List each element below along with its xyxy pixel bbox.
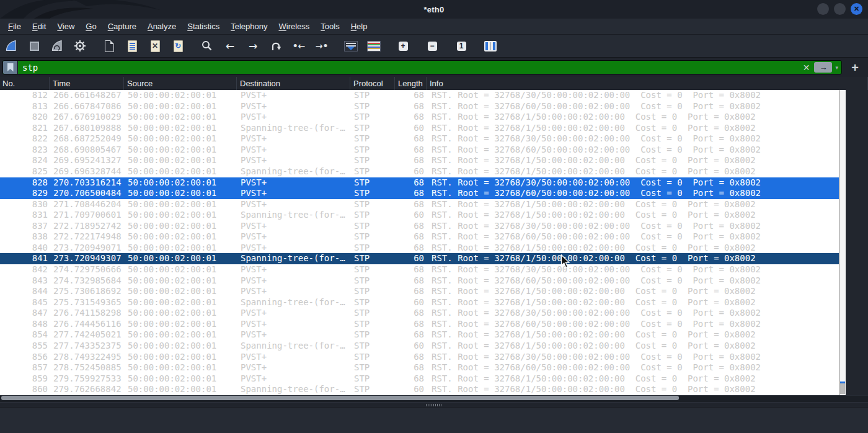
column-header-source[interactable]: Source xyxy=(124,77,237,90)
find-packet-icon[interactable] xyxy=(200,38,215,53)
packet-row[interactable]: 812 266.661648267 50:00:00:02:00:01 PVST… xyxy=(0,90,839,101)
packet-row[interactable]: 859 279.759927533 50:00:00:02:00:01 PVST… xyxy=(0,373,839,385)
cell-no: 828 xyxy=(0,177,50,189)
packet-row[interactable]: 838 272.722174948 50:00:00:02:00:01 PVST… xyxy=(0,231,839,243)
vertical-scrollbar-thumb[interactable] xyxy=(840,382,845,394)
splitter-grip-icon xyxy=(426,404,442,406)
maximize-button[interactable] xyxy=(834,3,846,15)
colorize-packets-icon[interactable] xyxy=(366,38,381,53)
zoom-100-icon[interactable]: 1 xyxy=(454,38,469,53)
cell-protocol: STP xyxy=(350,384,395,395)
cell-length: 68 xyxy=(395,308,427,319)
minimize-button[interactable] xyxy=(817,3,829,15)
packet-row[interactable]: 842 274.729750666 50:00:00:02:00:01 PVST… xyxy=(0,264,839,275)
display-filter-input[interactable] xyxy=(18,63,799,73)
go-last-packet-icon[interactable]: →• xyxy=(314,38,329,53)
packet-row[interactable]: 821 267.680109888 50:00:00:02:00:01 Span… xyxy=(0,123,839,134)
packet-row[interactable]: 828 270.703316214 50:00:00:02:00:01 PVST… xyxy=(0,177,839,189)
column-header-info[interactable]: Info xyxy=(427,77,868,90)
menu-item-go[interactable]: Go xyxy=(80,20,102,33)
open-file-icon[interactable] xyxy=(102,38,117,53)
cell-destination: PVST+ xyxy=(237,243,350,254)
column-header-time[interactable]: Time xyxy=(50,77,124,90)
filter-dropdown-caret-icon[interactable]: ▾ xyxy=(834,65,841,71)
packet-row[interactable]: 841 273.720949307 50:00:00:02:00:01 Span… xyxy=(0,253,839,264)
packet-row[interactable]: 844 275.730618692 50:00:00:02:00:01 PVST… xyxy=(0,286,839,297)
menu-item-telephony[interactable]: Telephony xyxy=(225,20,273,33)
menu-item-view[interactable]: View xyxy=(51,20,80,33)
cell-no: 837 xyxy=(0,221,50,232)
go-first-packet-icon[interactable]: •← xyxy=(291,38,306,53)
display-filter-field[interactable]: ✕ → ▾ xyxy=(2,60,842,74)
packet-row[interactable]: 829 270.706500484 50:00:00:02:00:01 PVST… xyxy=(0,188,839,199)
packet-row[interactable]: 845 275.731549365 50:00:00:02:00:01 Span… xyxy=(0,297,839,308)
title-bar[interactable]: *eth0 ✕ xyxy=(0,0,868,19)
capture-options-icon[interactable] xyxy=(73,38,87,53)
menu-item-file[interactable]: File xyxy=(2,20,27,33)
cell-info: RST. Root = 32768/60/50:00:00:02:00:00 C… xyxy=(427,145,839,156)
menu-item-analyze[interactable]: Analyze xyxy=(142,20,182,33)
packet-row[interactable]: 820 267.676910029 50:00:00:02:00:01 PVST… xyxy=(0,112,839,123)
close-button[interactable]: ✕ xyxy=(851,3,862,15)
menu-item-statistics[interactable]: Statistics xyxy=(182,20,225,33)
go-forward-icon[interactable]: → xyxy=(246,38,260,53)
packet-row[interactable]: 837 272.718952742 50:00:00:02:00:01 PVST… xyxy=(0,221,839,232)
packet-row[interactable]: 830 271.708446204 50:00:00:02:00:01 PVST… xyxy=(0,199,839,210)
menu-item-capture[interactable]: Capture xyxy=(102,20,142,33)
apply-filter-button[interactable]: → xyxy=(814,62,832,73)
stop-capture-icon[interactable] xyxy=(27,38,42,53)
menu-item-edit[interactable]: Edit xyxy=(27,20,51,33)
add-filter-button-plus[interactable]: + xyxy=(847,61,863,74)
save-file-icon[interactable] xyxy=(125,38,140,53)
clear-filter-icon[interactable]: ✕ xyxy=(799,63,815,72)
go-back-icon[interactable]: ← xyxy=(223,38,237,53)
packet-row[interactable]: 831 271.709700601 50:00:00:02:00:01 Span… xyxy=(0,210,839,221)
packet-row[interactable]: 843 274.732985684 50:00:00:02:00:01 PVST… xyxy=(0,275,839,287)
cell-source: 50:00:00:02:00:01 xyxy=(124,177,237,189)
auto-scroll-icon[interactable] xyxy=(343,38,358,53)
packet-row[interactable]: 856 278.749322495 50:00:00:02:00:01 PVST… xyxy=(0,352,839,363)
packet-row[interactable]: 860 279.762668842 50:00:00:02:00:01 Span… xyxy=(0,384,839,395)
zoom-in-icon[interactable]: + xyxy=(396,38,410,53)
packet-row[interactable]: 840 273.720949071 50:00:00:02:00:01 PVST… xyxy=(0,243,839,254)
cell-length: 68 xyxy=(395,133,427,145)
packet-row[interactable]: 824 269.695241327 50:00:00:02:00:01 PVST… xyxy=(0,155,839,166)
packet-row[interactable]: 822 268.687252049 50:00:00:02:00:01 PVST… xyxy=(0,133,839,145)
packet-row[interactable]: 823 268.690805467 50:00:00:02:00:01 PVST… xyxy=(0,145,839,156)
column-header-no[interactable]: No. xyxy=(0,77,50,90)
cell-source: 50:00:00:02:00:01 xyxy=(124,384,237,395)
menu-item-wireless[interactable]: Wireless xyxy=(273,20,316,33)
packet-row[interactable]: 857 278.752450885 50:00:00:02:00:01 PVST… xyxy=(0,362,839,373)
menu-item-tools[interactable]: Tools xyxy=(315,20,345,33)
cell-info: RST. Root = 32768/60/50:00:00:02:00:00 C… xyxy=(427,101,839,112)
packet-row[interactable]: 847 276.741158298 50:00:00:02:00:01 PVST… xyxy=(0,308,839,319)
go-to-packet-icon[interactable] xyxy=(268,38,283,53)
cell-info: RST. Root = 32768/60/50:00:00:02:00:00 C… xyxy=(427,275,839,287)
reload-file-icon[interactable]: ↻ xyxy=(170,38,185,53)
horizontal-scrollbar-thumb[interactable] xyxy=(1,396,679,400)
horizontal-scrollbar[interactable] xyxy=(0,396,868,402)
cell-info: RST. Root = 32768/30/50:00:00:02:00:00 C… xyxy=(427,308,839,319)
packet-row[interactable]: 848 276.744456116 50:00:00:02:00:01 PVST… xyxy=(0,319,839,330)
pane-splitter[interactable] xyxy=(0,402,868,407)
packet-row[interactable]: 813 266.667847086 50:00:00:02:00:01 PVST… xyxy=(0,101,839,112)
menu-item-help[interactable]: Help xyxy=(345,20,373,33)
start-capture-icon[interactable] xyxy=(4,38,19,53)
restart-capture-icon[interactable] xyxy=(50,38,64,53)
cell-destination: PVST+ xyxy=(237,286,350,297)
packet-row[interactable]: 854 277.742405021 50:00:00:02:00:01 PVST… xyxy=(0,329,839,341)
bookmark-icon[interactable] xyxy=(3,61,18,74)
packet-row[interactable]: 855 277.743352375 50:00:00:02:00:01 Span… xyxy=(0,341,839,352)
cell-length: 68 xyxy=(395,231,427,243)
packet-row[interactable]: 825 269.696328744 50:00:00:02:00:01 Span… xyxy=(0,166,839,177)
column-header-protocol[interactable]: Protocol xyxy=(350,77,395,90)
cell-no: 860 xyxy=(0,384,50,395)
close-file-icon[interactable]: ✕ xyxy=(148,38,162,53)
column-header-length[interactable]: Length xyxy=(395,77,427,90)
cell-time: 277.742405021 xyxy=(50,329,124,341)
resize-columns-icon[interactable] xyxy=(483,38,498,53)
column-header-destination[interactable]: Destination xyxy=(237,77,350,90)
vertical-scrollbar[interactable] xyxy=(839,90,846,395)
zoom-out-icon[interactable]: − xyxy=(425,38,440,53)
cell-source: 50:00:00:02:00:01 xyxy=(124,264,237,275)
